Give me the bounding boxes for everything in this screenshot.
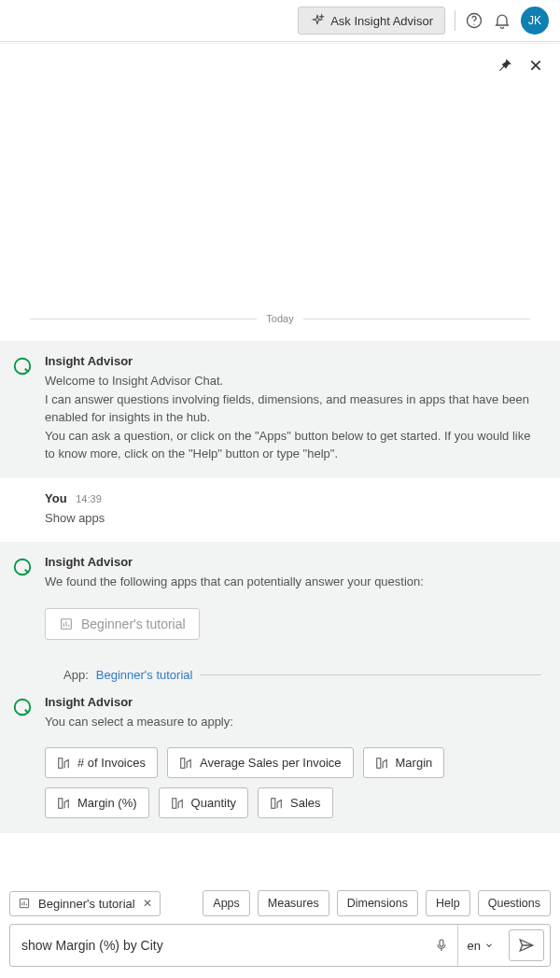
advisor-avatar-icon: [11, 695, 34, 819]
quick-btn-help[interactable]: Help: [426, 890, 470, 916]
context-app-row: App: Beginner's tutorial: [11, 668, 551, 682]
message-text: Show apps: [45, 509, 543, 528]
measure-chip-sales[interactable]: Sales: [258, 787, 333, 818]
app-icon: [18, 897, 31, 910]
chat-input-row: en: [9, 924, 551, 967]
sparkle-icon: [310, 13, 325, 28]
chat-scroll[interactable]: Today Insight Advisor Welcome to Insight…: [0, 81, 560, 885]
measure-icon: [57, 797, 70, 810]
svg-point-1: [473, 24, 474, 25]
measure-icon: [171, 797, 184, 810]
insight-panel: Today Insight Advisor Welcome to Insight…: [0, 43, 560, 978]
language-selector[interactable]: en: [457, 925, 503, 966]
measure-chip-list: # of Invoices Average Sales per Invoice …: [45, 747, 543, 818]
context-label: App:: [63, 668, 89, 682]
advisor-message: Insight Advisor We found the following a…: [0, 542, 560, 833]
measure-icon: [375, 757, 388, 770]
quick-btn-questions[interactable]: Questions: [478, 890, 551, 916]
chat-input[interactable]: [10, 938, 426, 953]
quick-btn-measures[interactable]: Measures: [258, 890, 329, 916]
avatar-initials: JK: [528, 14, 541, 27]
microphone-icon[interactable]: [426, 937, 457, 954]
topbar-separator: [455, 10, 455, 31]
svg-rect-8: [376, 758, 380, 768]
svg-rect-11: [272, 798, 275, 808]
send-button[interactable]: [509, 929, 544, 961]
svg-rect-7: [181, 758, 185, 768]
measure-chip-avg-sales[interactable]: Average Sales per Invoice: [167, 747, 354, 778]
advisor-avatar-icon: [11, 555, 34, 640]
measure-icon: [270, 797, 283, 810]
context-pill[interactable]: Beginner's tutorial ✕: [9, 891, 161, 916]
measure-chip-margin-pct[interactable]: Margin (%): [45, 787, 149, 818]
advisor-avatar-icon: [11, 354, 34, 463]
context-app-link[interactable]: Beginner's tutorial: [96, 668, 193, 682]
message-text: We found the following apps that can pot…: [45, 573, 543, 591]
panel-header: [0, 44, 560, 81]
help-icon[interactable]: [465, 11, 483, 30]
message-time: 14:39: [76, 493, 102, 504]
language-label: en: [468, 939, 481, 953]
chevron-down-icon: [484, 941, 494, 950]
message-sender: You 14:39: [45, 491, 543, 505]
measure-chip-margin[interactable]: Margin: [363, 747, 445, 778]
svg-rect-13: [440, 940, 443, 946]
context-pill-label: Beginner's tutorial: [38, 897, 135, 911]
close-icon[interactable]: ✕: [143, 897, 152, 910]
svg-rect-10: [172, 798, 175, 808]
pin-icon[interactable]: [497, 57, 513, 74]
message-text: Welcome to Insight Advisor Chat. I can a…: [45, 372, 543, 463]
measure-chip-invoices[interactable]: # of Invoices: [45, 747, 158, 778]
app-chip-label: Beginner's tutorial: [81, 617, 186, 631]
quick-btn-apps[interactable]: Apps: [203, 890, 250, 916]
topbar: Ask Insight Advisor JK: [0, 0, 560, 42]
close-icon[interactable]: [528, 58, 543, 73]
footer: Beginner's tutorial ✕ Apps Measures Dime…: [0, 885, 560, 978]
quick-buttons: Apps Measures Dimensions Help Questions: [203, 890, 551, 916]
measure-icon: [179, 757, 192, 770]
quick-btn-dimensions[interactable]: Dimensions: [337, 890, 418, 916]
message-text: You can select a measure to apply:: [45, 713, 543, 731]
date-divider-label: Today: [266, 313, 293, 324]
measure-chip-quantity[interactable]: Quantity: [159, 787, 248, 818]
user-message: You 14:39 Show apps: [0, 478, 560, 543]
bell-icon[interactable]: [493, 11, 511, 30]
message-sender: Insight Advisor: [45, 354, 543, 368]
ask-insight-advisor-label: Ask Insight Advisor: [330, 14, 433, 28]
advisor-message: Insight Advisor Welcome to Insight Advis…: [0, 341, 560, 478]
app-icon: [59, 617, 74, 631]
app-chip-beginners-tutorial[interactable]: Beginner's tutorial: [45, 608, 200, 640]
date-divider: Today: [0, 313, 560, 324]
message-sender: Insight Advisor: [45, 695, 543, 709]
message-sender: Insight Advisor: [45, 555, 543, 569]
svg-rect-9: [59, 798, 63, 808]
measure-icon: [57, 757, 70, 770]
avatar[interactable]: JK: [521, 7, 549, 35]
ask-insight-advisor-button[interactable]: Ask Insight Advisor: [298, 7, 445, 35]
svg-rect-6: [59, 758, 63, 768]
